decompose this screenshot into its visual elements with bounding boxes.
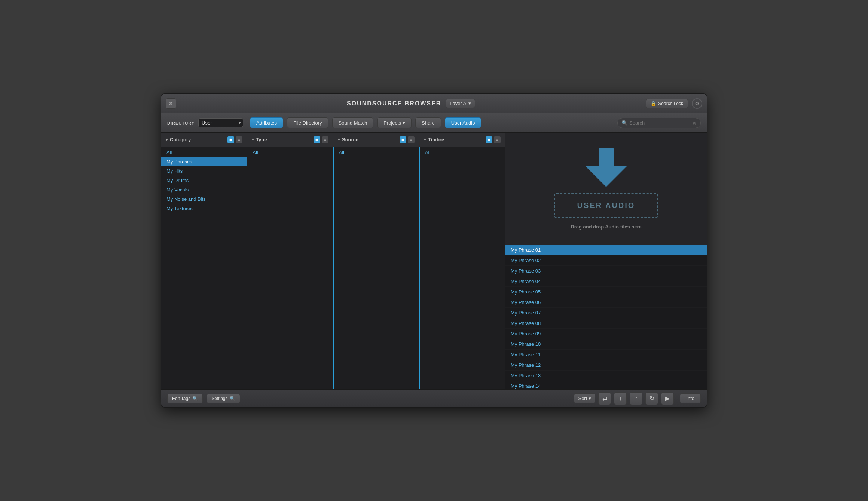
tab-user-audio[interactable]: User Audio: [445, 117, 482, 128]
right-panel: USER AUDIO Drag and drop Audio files her…: [505, 133, 707, 389]
col-arrow-type: ▾: [252, 137, 254, 142]
list-item[interactable]: My Phrase 02: [505, 255, 707, 266]
tab-file-directory[interactable]: File Directory: [287, 117, 328, 128]
list-item[interactable]: My Phrase 03: [505, 266, 707, 276]
list-item[interactable]: My Noise and Bits: [161, 194, 247, 204]
drop-box: USER AUDIO: [554, 193, 658, 218]
col-label-type: Type: [256, 137, 267, 142]
directory-section: DIRECTORY: User Library Projects: [167, 118, 243, 127]
col-arrow-category: ▾: [166, 137, 168, 142]
col-more-btn-category[interactable]: ≡: [236, 136, 242, 143]
list-item[interactable]: My Vocals: [161, 185, 247, 194]
col-header-type: ▾ Type ◉ ≡: [247, 133, 333, 147]
type-column: All: [247, 147, 333, 389]
directory-label: DIRECTORY:: [167, 121, 196, 125]
list-item[interactable]: My Phrase 12: [505, 360, 707, 371]
filter-panel: ▾ Category ◉ ≡ ▾ Type ◉ ≡ ▾: [161, 133, 505, 389]
col-eye-btn-timbre[interactable]: ◉: [486, 136, 492, 143]
bottom-left: Edit Tags 🔍 Settings 🔍: [167, 394, 240, 403]
list-item[interactable]: All: [420, 148, 505, 157]
tab-share[interactable]: Share: [415, 117, 441, 128]
list-item[interactable]: All: [161, 148, 247, 157]
col-more-btn-timbre[interactable]: ≡: [494, 136, 501, 143]
drop-zone[interactable]: USER AUDIO Drag and drop Audio files her…: [505, 133, 707, 245]
edit-tags-button[interactable]: Edit Tags 🔍: [167, 394, 203, 403]
tab-sound-match[interactable]: Sound Match: [332, 117, 374, 128]
col-eye-btn-category[interactable]: ◉: [227, 136, 234, 143]
search-lock-label: Search Lock: [658, 101, 683, 106]
drop-arrow-head: [586, 166, 627, 187]
projects-arrow: ▾: [403, 120, 405, 126]
timbre-column: All: [420, 147, 505, 389]
search-input[interactable]: [629, 120, 692, 126]
col-more-btn-type[interactable]: ≡: [322, 136, 328, 143]
sort-label: Sort: [578, 396, 587, 401]
main-content: ▾ Category ◉ ≡ ▾ Type ◉ ≡ ▾: [161, 133, 707, 389]
title-bar: ✕ SOUNDSOURCE BROWSER Layer A ▾ 🔒 Search…: [161, 94, 707, 113]
list-item[interactable]: My Phrase 14: [505, 381, 707, 389]
category-column: All My Phrases My Hits My Drums My Vocal…: [161, 147, 247, 389]
col-eye-btn-source[interactable]: ◉: [400, 136, 406, 143]
search-box: 🔍 ✕: [617, 118, 701, 128]
list-item[interactable]: My Phrase 10: [505, 339, 707, 350]
list-item[interactable]: My Phrase 04: [505, 276, 707, 287]
settings-gear-icon: 🔍: [230, 396, 235, 401]
list-item[interactable]: My Phrase 11: [505, 350, 707, 360]
list-item[interactable]: My Phrase 09: [505, 329, 707, 339]
bottom-bar: Edit Tags 🔍 Settings 🔍 Sort ▾ ⇄ ↓ ↑: [161, 389, 707, 407]
layer-label: Layer A: [450, 101, 466, 106]
tab-projects[interactable]: Projects ▾: [377, 117, 412, 128]
col-header-timbre: ▾ Timbre ◉ ≡: [419, 133, 505, 147]
sort-arrow: ▾: [589, 396, 591, 401]
close-button[interactable]: ✕: [166, 98, 176, 109]
list-item[interactable]: My Phrase 08: [505, 318, 707, 329]
toolbar: DIRECTORY: User Library Projects Attribu…: [161, 113, 707, 133]
results-list: My Phrase 01My Phrase 02My Phrase 03My P…: [505, 245, 707, 389]
arrow-up-button[interactable]: ↑: [630, 392, 642, 405]
list-item[interactable]: All: [247, 148, 333, 157]
list-item[interactable]: My Phrase 13: [505, 371, 707, 381]
tab-attributes[interactable]: Attributes: [250, 117, 283, 128]
list-item[interactable]: My Phrase 01: [505, 245, 707, 255]
edit-tags-label: Edit Tags: [172, 396, 190, 401]
loop-button[interactable]: ↻: [645, 392, 658, 405]
list-item[interactable]: My Phrases: [161, 157, 247, 166]
settings-icon: ⚙: [695, 101, 700, 107]
list-item[interactable]: My Drums: [161, 176, 247, 185]
list-item[interactable]: All: [334, 148, 419, 157]
play-button[interactable]: ▶: [661, 392, 674, 405]
directory-select[interactable]: User Library Projects: [198, 118, 243, 127]
sort-button[interactable]: Sort ▾: [574, 393, 595, 403]
arrow-down-icon: ↓: [619, 395, 622, 402]
drop-arrow-shaft: [599, 148, 614, 166]
user-audio-title: USER AUDIO: [577, 201, 635, 210]
shuffle-button[interactable]: ⇄: [598, 392, 611, 405]
drop-text: Drag and drop Audio files here: [571, 224, 641, 230]
col-header-source: ▾ Source ◉ ≡: [333, 133, 419, 147]
app-title: SOUNDSOURCE BROWSER: [347, 100, 441, 107]
layer-dropdown[interactable]: Layer A ▾: [446, 99, 475, 108]
search-lock-button[interactable]: 🔒 Search Lock: [646, 99, 688, 108]
col-header-category: ▾ Category ◉ ≡: [161, 133, 247, 147]
col-arrow-source: ▾: [338, 137, 340, 142]
info-button[interactable]: Info: [680, 393, 701, 403]
col-eye-btn-type[interactable]: ◉: [314, 136, 320, 143]
col-label-category: Category: [170, 137, 191, 142]
search-icon: 🔍: [621, 120, 627, 126]
list-item[interactable]: My Hits: [161, 166, 247, 176]
list-item[interactable]: My Phrase 05: [505, 287, 707, 297]
list-item[interactable]: My Textures: [161, 204, 247, 213]
edit-tags-icon: 🔍: [192, 396, 198, 401]
settings-circle-button[interactable]: ⚙: [692, 98, 702, 109]
list-item[interactable]: My Phrase 07: [505, 308, 707, 318]
projects-label: Projects: [383, 120, 401, 126]
search-clear-icon[interactable]: ✕: [692, 120, 697, 126]
bottom-right: Sort ▾ ⇄ ↓ ↑ ↻ ▶ Info: [574, 392, 701, 405]
settings-button[interactable]: Settings 🔍: [207, 394, 240, 403]
arrow-down-button[interactable]: ↓: [614, 392, 627, 405]
loop-icon: ↻: [650, 395, 654, 402]
play-icon: ▶: [665, 395, 670, 402]
list-item[interactable]: My Phrase 06: [505, 297, 707, 308]
arrow-up-icon: ↑: [635, 395, 638, 402]
col-more-btn-source[interactable]: ≡: [408, 136, 415, 143]
